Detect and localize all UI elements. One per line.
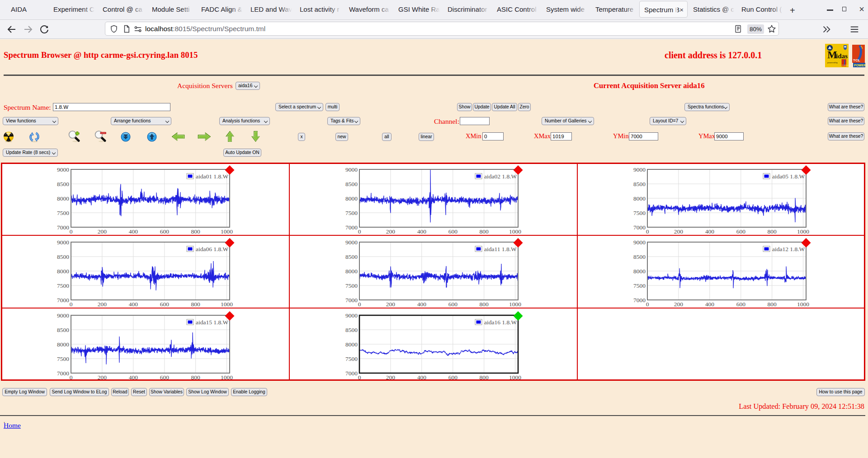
svg-text:1000: 1000 — [509, 374, 521, 381]
svg-text:7000: 7000 — [345, 370, 358, 377]
svg-text:8500: 8500 — [345, 327, 358, 333]
svg-text:aida16 1.8.W: aida16 1.8.W — [484, 319, 517, 326]
svg-text:600: 600 — [448, 374, 458, 381]
svg-text:7500: 7500 — [345, 355, 358, 362]
svg-text:0: 0 — [358, 374, 361, 381]
svg-text:800: 800 — [480, 374, 489, 381]
svg-text:200: 200 — [386, 374, 396, 381]
svg-text:9000: 9000 — [345, 312, 358, 319]
svg-text:8000: 8000 — [345, 341, 358, 348]
svg-text:400: 400 — [417, 374, 427, 381]
